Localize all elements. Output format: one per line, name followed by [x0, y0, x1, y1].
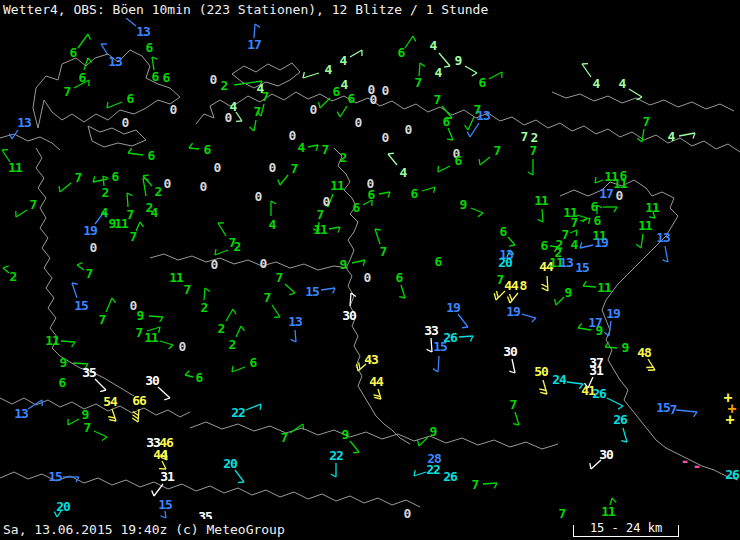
- scale-label: 15 - 24 km: [574, 522, 678, 534]
- lightning-mark: +: [725, 414, 734, 426]
- title-bar: Wetter4, OBS: Böen 10min (223 Stationen)…: [0, 0, 740, 18]
- weather-map-window: 6136136766600131702477404446060000064967…: [0, 0, 740, 540]
- lightning-layer: +++--: [0, 0, 740, 540]
- status-text: Sa, 13.06.2015 19:40z (c) MeteoGroup: [3, 522, 285, 537]
- lightning-mark: -: [692, 460, 701, 472]
- lightning-mark: -: [680, 455, 689, 467]
- title-text: Wetter4, OBS: Böen 10min (223 Stationen)…: [3, 2, 488, 17]
- scale-bar: 15 - 24 km: [573, 525, 679, 537]
